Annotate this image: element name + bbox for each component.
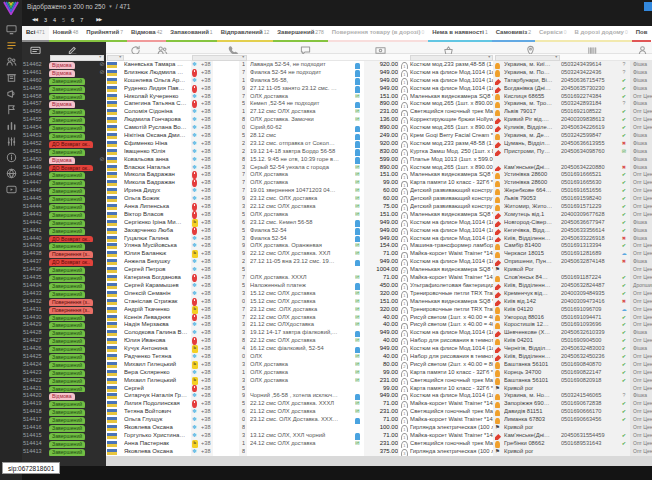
- tracking-number[interactable]: 20450631554459: [561, 432, 619, 440]
- tracking-number[interactable]: 0501691666521: [561, 171, 619, 179]
- order-id[interactable]: 514425: [23, 353, 48, 361]
- tracking-number[interactable]: [561, 385, 619, 393]
- order-id[interactable]: 514424: [23, 361, 48, 369]
- phone-cell[interactable]: ✻+387: [191, 187, 247, 195]
- phone-cell[interactable]: +387: [191, 69, 247, 77]
- order-id[interactable]: 514421: [23, 385, 48, 393]
- tracking-number[interactable]: 20450633226918: [561, 235, 619, 243]
- tracking-number[interactable]: 20450632824487: [561, 282, 619, 290]
- table-row[interactable]: 514448ЗавершенийМикола Бадражан+387ОЛХ д…: [22, 171, 652, 179]
- customer-name[interactable]: Близнюк Людмила …: [124, 69, 189, 77]
- tracking-number[interactable]: 0501690666170: [561, 408, 619, 416]
- tracking-number[interactable]: 0501691665630: [561, 179, 619, 187]
- sidebar-sliders-icon[interactable]: [6, 136, 17, 147]
- order-id[interactable]: 514452: [23, 140, 48, 148]
- order-id[interactable]: 514449: [23, 164, 48, 172]
- order-id[interactable]: 514454: [23, 124, 48, 132]
- chevron-down-icon[interactable]: ▼: [108, 0, 112, 13]
- customer-name[interactable]: Віктор Власов: [124, 211, 189, 219]
- phone-cell[interactable]: +385: [191, 385, 247, 393]
- tracking-number[interactable]: 0501692274384: [561, 93, 619, 101]
- customer-name[interactable]: Юлия Иванова: [124, 337, 189, 345]
- tab-запакований[interactable]: Запакований1: [166, 26, 216, 42]
- phone-cell[interactable]: ✻+388: [191, 116, 247, 124]
- tracking-number[interactable]: 0501691651656: [561, 187, 619, 195]
- order-id[interactable]: 514416: [23, 424, 48, 432]
- table-row[interactable]: 514445ЗавершенийОльга Божик✻+38923.12 см…: [22, 195, 652, 203]
- table-row[interactable]: 514429ЗавершенийНадія Мерзаєва✻+38321.12…: [22, 321, 652, 329]
- tracking-number[interactable]: 20450634098760: [561, 148, 619, 156]
- tab-прийнятий[interactable]: Прийнятий7: [82, 26, 127, 42]
- order-id[interactable]: 514428: [23, 329, 48, 337]
- table-row[interactable]: 514436ЗавершенийСергей Петров✻+3851004.0…: [22, 266, 652, 274]
- order-id[interactable]: 514451: [23, 148, 48, 156]
- customer-name[interactable]: Ольга Глущук: [124, 416, 189, 424]
- table-row[interactable]: 514426ЗавершенийКучук Антонинаlc+38416.1…: [22, 345, 652, 353]
- sidebar-info-icon[interactable]: [6, 152, 17, 163]
- customer-name[interactable]: Ольга Божик: [124, 195, 189, 203]
- table-row[interactable]: 514454ЗавершенийСамотій Руслана Во…✻+380…: [22, 124, 652, 132]
- tracking-number[interactable]: 0503243439614: [561, 61, 619, 69]
- tab-всі[interactable]: Всі471: [22, 26, 49, 42]
- phone-cell[interactable]: ✻+383: [191, 329, 247, 337]
- phone-cell[interactable]: ✻+381: [191, 77, 247, 85]
- phone-cell[interactable]: ✻+389: [191, 392, 247, 400]
- table-row[interactable]: 514423ЗавершенийВера Скляренко✻+381ОЛХ д…: [22, 369, 652, 377]
- phone-cell[interactable]: ✻+387: [191, 93, 247, 101]
- customer-name[interactable]: Сапегина Татьяна С…: [124, 100, 189, 108]
- table-row[interactable]: 514443ЗавершенийВіктор Власов+385ОЛХ дос…: [22, 211, 652, 219]
- tracking-number[interactable]: 0503243422436: [561, 69, 619, 77]
- customer-name[interactable]: Анна Пастернак: [124, 440, 189, 448]
- tracking-number[interactable]: 20400309473416: [561, 298, 619, 306]
- phone-cell[interactable]: ✻+389: [191, 242, 247, 250]
- table-row[interactable]: 514450Відмова⊘Ковальова анна✻+38815.12. …: [22, 156, 652, 164]
- table-row[interactable]: 514434ЗавершенийСергей Карамышев✻+385Нал…: [22, 282, 652, 290]
- order-id[interactable]: 514448: [23, 171, 48, 179]
- tab-відмова[interactable]: Відмова42: [127, 26, 166, 42]
- tracking-number[interactable]: [561, 156, 619, 164]
- tracking-number[interactable]: [561, 424, 619, 432]
- table-row[interactable]: 514459ЗавершенийРуденко Лидия Пав…+38927…: [22, 85, 652, 93]
- page-button-6[interactable]: 6: [71, 17, 74, 23]
- customer-name[interactable]: Яковлева Оксана: [124, 424, 189, 432]
- column-header-chat-icon[interactable]: [300, 42, 311, 53]
- tracking-number[interactable]: [561, 266, 619, 274]
- tracking-number[interactable]: 0501689531643: [561, 440, 619, 448]
- phone-cell[interactable]: ✻+380: [191, 124, 247, 132]
- order-id[interactable]: 514419: [23, 400, 48, 408]
- customer-name[interactable]: Анжела Безушку: [124, 258, 189, 266]
- tracking-number[interactable]: 20450636613955: [561, 140, 619, 148]
- phone-cell[interactable]: ✻+382: [191, 148, 247, 156]
- table-row[interactable]: 514453ЗавершенийНікітіна Оксана Дми…✻+38…: [22, 132, 652, 140]
- tracking-number[interactable]: 0501690904500: [561, 337, 619, 345]
- customer-name[interactable]: Захарченко Люба: [124, 227, 189, 235]
- customer-name[interactable]: Катерина Богданова: [124, 274, 189, 282]
- order-id[interactable]: 514437: [23, 258, 48, 266]
- table-row[interactable]: 514438Повернення (з..Юлия Баланюкlc+3892…: [22, 250, 652, 258]
- column-header-delivery-icon[interactable]: [525, 42, 536, 53]
- tracking-number[interactable]: 20450632610339: [561, 329, 619, 337]
- phone-cell[interactable]: ✻+385: [191, 132, 247, 140]
- first-page-button[interactable]: ◀◀: [32, 17, 37, 22]
- phone-cell[interactable]: ✻+380: [191, 416, 247, 424]
- order-id[interactable]: 514435: [23, 274, 48, 282]
- customer-name[interactable]: Радченко Тетяна: [124, 353, 189, 361]
- phone-cell[interactable]: ✻+383: [191, 164, 247, 172]
- phone-cell[interactable]: ✻+385: [191, 282, 247, 290]
- page-button-7[interactable]: 7: [80, 17, 83, 23]
- customer-name[interactable]: Самотій Руслана Во…: [124, 124, 189, 132]
- customer-name[interactable]: Лилия Подолинская: [124, 400, 189, 408]
- order-id[interactable]: 514422: [23, 377, 48, 385]
- customer-name[interactable]: Микола Бадражан: [124, 171, 189, 179]
- tracking-number[interactable]: 20400309838613: [561, 116, 619, 124]
- tracking-number[interactable]: 0503241546065: [561, 392, 619, 400]
- phone-cell[interactable]: ✻+388: [191, 448, 247, 456]
- table-row[interactable]: 514414ЗавершенийАнна Пастернакlc+38124.1…: [22, 440, 652, 448]
- phone-cell[interactable]: +385: [191, 211, 247, 219]
- customer-name[interactable]: Сергієнко Іріна Ми…: [124, 219, 189, 227]
- customer-name[interactable]: Горгулько Христина…: [124, 432, 189, 440]
- table-row[interactable]: 514461Відмова⊘Близнюк Людмила …+387Фиалк…: [22, 69, 652, 77]
- column-header-status-icon[interactable]: [67, 42, 78, 53]
- table-row[interactable]: 514441ЗавершенийЗахарченко Люба+385Фиалк…: [22, 227, 652, 235]
- phone-cell[interactable]: lc+381: [191, 440, 247, 448]
